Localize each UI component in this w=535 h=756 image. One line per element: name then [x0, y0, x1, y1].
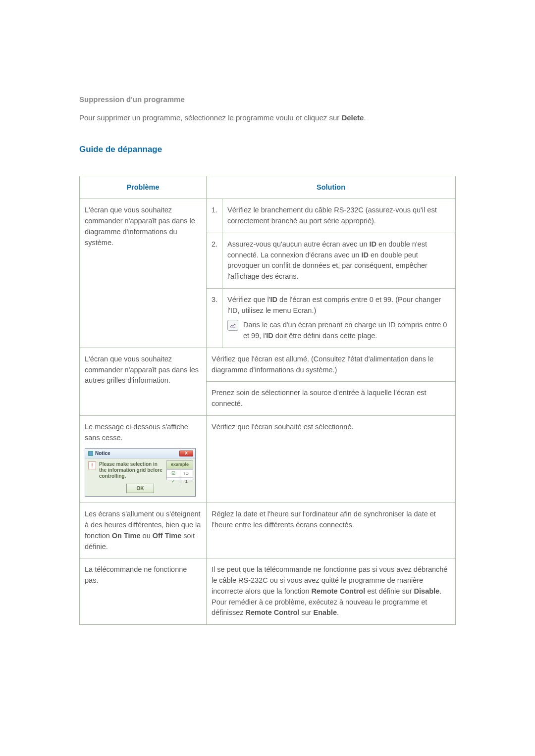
text: ou	[141, 532, 153, 540]
text-bold: ID	[270, 296, 278, 303]
step-number: 2.	[207, 233, 222, 288]
text: sur	[299, 608, 313, 616]
step-number: 1.	[207, 199, 222, 233]
example-label: example	[167, 461, 193, 469]
text-bold: Disable	[414, 587, 440, 595]
warning-icon: !	[88, 461, 96, 469]
table-header-row: Problème Solution	[80, 176, 456, 199]
solution-cell: Il se peut que la télécommande ne foncti…	[207, 558, 456, 625]
text-bold: ID	[361, 251, 369, 259]
table-row: Le message ci-dessous s'affiche sans ces…	[80, 415, 456, 503]
text: Pour supprimer un programme, sélectionne…	[79, 113, 341, 122]
note-icon	[227, 320, 238, 331]
text-bold: ID	[370, 240, 377, 248]
text: est définie sur	[365, 587, 414, 595]
example-id-label: ID	[180, 470, 193, 478]
col-header-solution: Solution	[207, 176, 456, 199]
troubleshooting-table: Problème Solution L'écran que vous souha…	[79, 176, 456, 625]
solution-cell: Vérifiez le branchement du câble RS-232C…	[222, 199, 456, 233]
delete-section-text: Pour supprimer un programme, sélectionne…	[79, 112, 456, 124]
example-value: 1	[180, 478, 193, 486]
problem-cell: Le message ci-dessous s'affiche sans ces…	[80, 415, 207, 503]
text-bold: Off Time	[153, 532, 182, 540]
document-page: Suppression d'un programme Pour supprime…	[0, 0, 535, 674]
table-row: L'écran que vous souhaitez commander n'a…	[80, 348, 456, 382]
table-row: L'écran que vous souhaitez commander n'a…	[80, 199, 456, 233]
text-bold: Remote Control	[312, 587, 366, 595]
solution-cell: Vérifiez que l'ID de l'écran est compris…	[222, 288, 456, 348]
check-icon: ☑	[167, 470, 180, 478]
text-bold: ID	[266, 332, 273, 340]
ok-button: OK	[126, 484, 154, 493]
text: .	[337, 608, 339, 616]
text: .	[364, 113, 366, 122]
solution-cell: Prenez soin de sélectionner la source d'…	[207, 382, 456, 416]
note-block: Dans le cas d'un écran prenant en charge…	[227, 320, 450, 342]
solution-cell: Réglez la date et l'heure sur l'ordinate…	[207, 503, 456, 558]
step-number: 3.	[207, 288, 222, 348]
text-bold: Remote Control	[246, 608, 300, 616]
solution-cell: Vérifiez que l'écran souhaité est sélect…	[207, 415, 456, 503]
text: Vérifiez que l'	[227, 296, 270, 303]
problem-cell: Les écrans s'allument ou s'éteignent à d…	[80, 503, 207, 558]
table-row: Les écrans s'allument ou s'éteignent à d…	[80, 503, 456, 558]
dialog-app-icon	[88, 451, 93, 456]
text-bold: On Time	[112, 532, 141, 540]
delete-keyword: Delete	[341, 113, 364, 122]
solution-cell: Assurez-vous qu'aucun autre écran avec u…	[222, 233, 456, 288]
text: Assurez-vous qu'aucun autre écran avec u…	[227, 240, 370, 248]
text: doit être défini dans cette plage.	[273, 332, 377, 340]
table-row: La télécommande ne fonctionne pas. Il se…	[80, 558, 456, 625]
delete-section-heading: Suppression d'un programme	[79, 94, 456, 105]
problem-cell: L'écran que vous souhaitez commander n'a…	[80, 348, 207, 415]
notice-dialog-illustration: Notice X ! Please make selection in the …	[85, 448, 196, 497]
text: Le message ci-dessous s'affiche sans ces…	[85, 423, 188, 442]
note-text: Dans le cas d'un écran prenant en charge…	[243, 320, 450, 342]
text-bold: Enable	[313, 608, 337, 616]
dialog-title-text: Notice	[95, 450, 110, 457]
dialog-example-grid: example ☑ID ✓1	[166, 460, 193, 480]
problem-cell: La télécommande ne fonctionne pas.	[80, 558, 207, 625]
dialog-body: ! Please make selection in the informati…	[85, 458, 195, 482]
dialog-titlebar: Notice X	[85, 449, 195, 458]
troubleshooting-guide-heading: Guide de dépannage	[79, 143, 456, 156]
check-icon: ✓	[167, 478, 180, 486]
close-icon: X	[179, 451, 193, 456]
col-header-problem: Problème	[80, 176, 207, 199]
solution-cell: Vérifiez que l'écran est allumé. (Consul…	[207, 348, 456, 382]
problem-cell: L'écran que vous souhaitez commander n'a…	[80, 199, 207, 348]
